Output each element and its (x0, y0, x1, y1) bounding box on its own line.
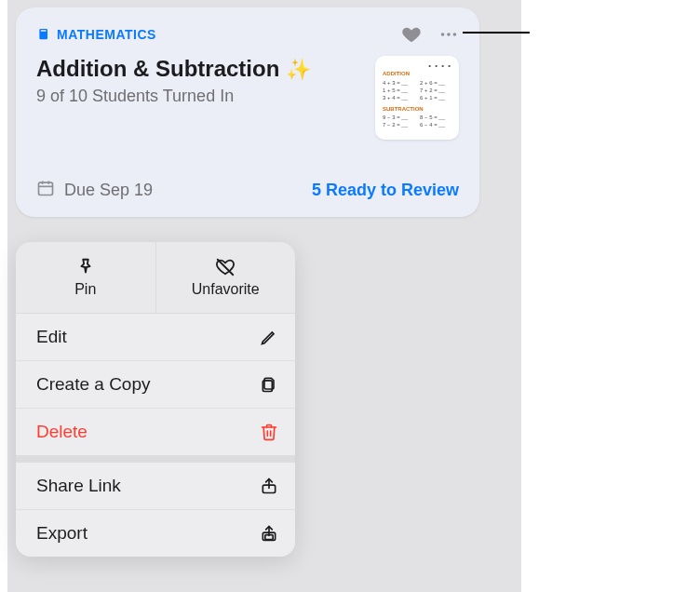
calendar-icon (36, 179, 55, 202)
unfavorite-button[interactable]: Unfavorite (155, 242, 296, 313)
title-row: Addition & Subtraction ✨ 9 of 10 Student… (36, 56, 459, 140)
subject-row[interactable]: MATHEMATICS (36, 27, 156, 42)
assignment-title: Addition & Subtraction ✨ (36, 56, 375, 83)
card-header: MATHEMATICS (36, 24, 459, 45)
share-link-menu-item[interactable]: Share Link (16, 463, 295, 509)
subject-label: MATHEMATICS (57, 27, 156, 42)
menu-top-row: Pin Unfavorite (16, 242, 295, 314)
thumb-heading-2: SUBTRACTION (383, 106, 451, 114)
delete-label: Delete (36, 422, 88, 442)
pin-button[interactable]: Pin (16, 242, 155, 313)
export-label: Export (36, 523, 88, 544)
subject-book-icon (36, 27, 51, 42)
turned-in-status: 9 of 10 Students Turned In (36, 87, 375, 106)
edit-menu-item[interactable]: Edit (16, 314, 295, 360)
title-block: Addition & Subtraction ✨ 9 of 10 Student… (36, 56, 375, 106)
svg-point-4 (453, 33, 457, 36)
share-label: Share Link (36, 476, 121, 496)
context-menu: Pin Unfavorite Edit Create a Copy Delete (16, 242, 295, 557)
heart-slash-icon (215, 257, 236, 277)
favorite-heart-icon[interactable] (401, 24, 422, 45)
svg-point-2 (441, 33, 445, 36)
svg-point-3 (447, 33, 451, 36)
edit-label: Edit (36, 327, 67, 347)
svg-rect-5 (39, 182, 53, 195)
sparkles-icon: ✨ (286, 58, 311, 81)
svg-rect-1 (41, 30, 47, 31)
pin-label: Pin (74, 281, 96, 298)
assignment-card: MATHEMATICS Addition & Subtraction ✨ 9 o… (16, 7, 479, 217)
svg-rect-13 (265, 535, 273, 540)
due-date-text: Due Sep 19 (64, 181, 153, 200)
export-icon (260, 524, 278, 543)
pencil-icon (260, 328, 278, 346)
card-footer: Due Sep 19 5 Ready to Review (36, 179, 459, 202)
menu-separator (16, 455, 295, 463)
more-ellipsis-icon[interactable] (438, 24, 459, 45)
worksheet-thumbnail[interactable]: • • • • ADDITION 4 + 3 = __2 + 6 = __ 1 … (375, 56, 459, 140)
trash-icon (260, 423, 278, 441)
thumb-heading-1: ADDITION (383, 71, 451, 78)
unfavorite-label: Unfavorite (192, 281, 260, 298)
callout-line (463, 32, 530, 34)
card-header-actions (401, 24, 459, 45)
pin-icon (75, 257, 96, 277)
share-icon (260, 477, 278, 495)
app-canvas: MATHEMATICS Addition & Subtraction ✨ 9 o… (7, 0, 521, 592)
due-date-row: Due Sep 19 (36, 179, 153, 202)
delete-menu-item[interactable]: Delete (16, 408, 295, 455)
duplicate-icon (260, 375, 278, 394)
copy-label: Create a Copy (36, 374, 151, 395)
thumb-decor-dots: • • • • (383, 61, 451, 71)
copy-menu-item[interactable]: Create a Copy (16, 360, 295, 408)
title-text: Addition & Subtraction (36, 56, 279, 81)
export-menu-item[interactable]: Export (16, 509, 295, 557)
ready-to-review-link[interactable]: 5 Ready to Review (312, 181, 459, 200)
